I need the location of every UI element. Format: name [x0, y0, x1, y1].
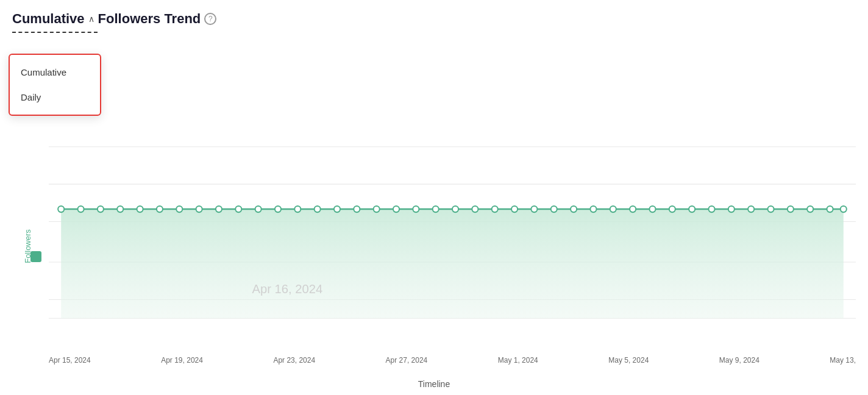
dropdown-container: Cumulative Daily	[9, 54, 101, 116]
svg-point-26	[294, 206, 301, 212]
svg-point-15	[78, 206, 84, 212]
help-icon[interactable]: ?	[204, 13, 216, 25]
x-label-6: May 9, 2024	[719, 356, 760, 365]
svg-marker-12	[61, 209, 844, 318]
svg-point-23	[235, 206, 241, 212]
svg-point-46	[689, 206, 695, 212]
svg-point-40	[571, 206, 577, 212]
chevron-up-icon[interactable]: ∧	[88, 14, 94, 24]
x-label-2: Apr 23, 2024	[273, 356, 315, 365]
chart-container: Followers 21 18 15 12 9 8	[0, 128, 868, 365]
svg-point-14	[58, 206, 64, 212]
x-label-0: Apr 15, 2024	[49, 356, 91, 365]
cumulative-label[interactable]: Cumulative	[12, 11, 85, 27]
svg-point-17	[117, 206, 123, 212]
svg-point-29	[354, 206, 360, 212]
x-axis-labels: Apr 15, 2024 Apr 19, 2024 Apr 23, 2024 A…	[49, 356, 856, 365]
svg-point-34	[452, 206, 458, 212]
x-label-1: Apr 19, 2024	[161, 356, 203, 365]
x-label-7: May 13,	[830, 356, 856, 365]
svg-point-54	[841, 206, 847, 212]
svg-point-53	[827, 206, 833, 212]
svg-point-24	[255, 206, 261, 212]
dashed-divider	[12, 32, 98, 33]
dropdown-menu: Cumulative Daily	[9, 54, 101, 116]
title-group: Cumulative ∧ Followers Trend ?	[12, 11, 216, 27]
dropdown-item-daily[interactable]: Daily	[10, 85, 100, 110]
x-label-3: Apr 27, 2024	[386, 356, 428, 365]
svg-point-35	[472, 206, 478, 212]
svg-point-48	[728, 206, 735, 212]
svg-point-32	[413, 206, 419, 212]
svg-point-30	[374, 206, 380, 212]
svg-point-38	[531, 206, 537, 212]
x-label-4: May 1, 2024	[498, 356, 538, 365]
svg-text:Apr 16, 2024: Apr 16, 2024	[252, 282, 323, 296]
svg-point-41	[590, 206, 596, 212]
svg-point-28	[334, 206, 340, 212]
svg-point-36	[492, 206, 498, 212]
svg-point-27	[315, 206, 321, 212]
svg-point-33	[433, 206, 439, 212]
svg-point-18	[137, 206, 143, 212]
svg-point-19	[157, 206, 163, 212]
x-axis-title: Timeline	[418, 379, 450, 389]
svg-point-16	[98, 206, 104, 212]
legend-box	[30, 251, 41, 262]
svg-point-42	[610, 206, 616, 212]
svg-point-51	[788, 206, 794, 212]
svg-point-47	[708, 206, 714, 212]
chart-header: Cumulative ∧ Followers Trend ?	[0, 0, 868, 27]
svg-point-43	[630, 206, 636, 212]
svg-point-39	[551, 206, 557, 212]
followers-trend-label: Followers Trend	[98, 11, 201, 27]
svg-point-21	[196, 206, 202, 212]
chart-svg: 21 18 15 12 9 8	[49, 128, 856, 340]
svg-point-52	[807, 206, 813, 212]
svg-point-37	[511, 206, 518, 212]
svg-point-31	[393, 206, 399, 212]
svg-point-22	[216, 206, 222, 212]
svg-point-45	[669, 206, 675, 212]
svg-point-49	[748, 206, 754, 212]
svg-point-44	[649, 206, 655, 212]
svg-point-50	[767, 206, 774, 212]
x-label-5: May 5, 2024	[608, 356, 649, 365]
svg-point-20	[176, 206, 182, 212]
dropdown-item-cumulative[interactable]: Cumulative	[10, 60, 100, 85]
svg-point-25	[275, 206, 281, 212]
